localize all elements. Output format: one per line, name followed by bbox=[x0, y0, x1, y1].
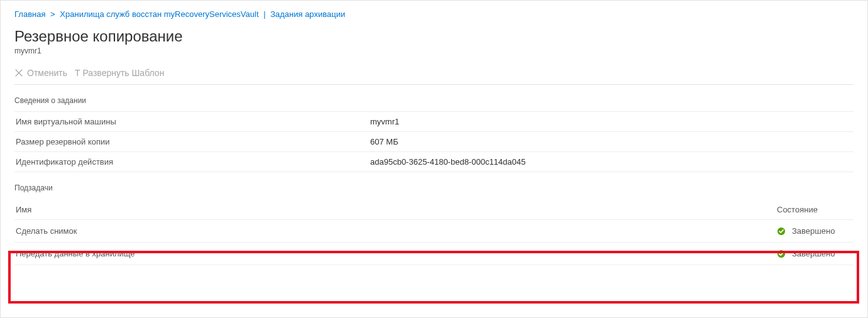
subtask-status: Завершено bbox=[777, 226, 852, 236]
breadcrumb-vault-name[interactable]: myRecoveryServicesVault bbox=[164, 9, 259, 19]
breadcrumb: Главная > Хранилища служб восстан myReco… bbox=[14, 9, 854, 19]
deploy-template-label: Т Развернуть Шаблон bbox=[75, 68, 164, 78]
page-subtitle: myvmr1 bbox=[14, 47, 854, 55]
breadcrumb-current[interactable]: Задания архивации bbox=[270, 9, 345, 19]
subtask-name: Передать данные в хранилище bbox=[14, 243, 776, 265]
toolbar: Отменить Т Развернуть Шаблон bbox=[14, 64, 854, 85]
detail-value: myvmr1 bbox=[369, 112, 854, 132]
detail-key: Идентификатор действия bbox=[14, 152, 369, 172]
section-subtasks-label: Подзадачи bbox=[14, 184, 854, 192]
cancel-button[interactable]: Отменить bbox=[14, 68, 67, 78]
success-icon bbox=[777, 227, 786, 236]
details-table: Имя виртуальной машины myvmr1 Размер рез… bbox=[14, 111, 854, 172]
close-icon bbox=[14, 69, 23, 77]
chevron-right-icon: > bbox=[50, 9, 55, 19]
col-status[interactable]: Состояние bbox=[776, 199, 854, 220]
section-details-label: Сведения о задании bbox=[14, 96, 854, 105]
subtask-row: Передать данные в хранилище Завершено bbox=[14, 243, 854, 265]
breadcrumb-home[interactable]: Главная bbox=[14, 9, 45, 19]
deploy-template-button[interactable]: Т Развернуть Шаблон bbox=[75, 68, 164, 78]
subtasks-table: Имя Состояние Сделать снимок Завершено bbox=[14, 199, 854, 265]
breadcrumb-vaults[interactable]: Хранилища служб восстан bbox=[60, 9, 162, 19]
detail-value: ada95cb0-3625-4180-bed8-000c114da045 bbox=[369, 152, 854, 172]
subtask-row: Сделать снимок Завершено bbox=[14, 220, 854, 243]
cancel-label: Отменить bbox=[27, 68, 67, 78]
page-title: Резервное копирование bbox=[14, 28, 854, 45]
detail-value: 607 МБ bbox=[369, 132, 854, 152]
breadcrumb-separator: | bbox=[263, 9, 268, 19]
detail-row-actionid: Идентификатор действия ada95cb0-3625-418… bbox=[14, 152, 854, 172]
detail-row-vmname: Имя виртуальной машины myvmr1 bbox=[14, 112, 854, 132]
detail-key: Имя виртуальной машины bbox=[14, 112, 369, 132]
subtask-name: Сделать снимок bbox=[14, 220, 776, 243]
status-text: Завершено bbox=[792, 226, 835, 236]
subtask-status: Завершено bbox=[777, 249, 852, 258]
detail-row-size: Размер резервной копии 607 МБ bbox=[14, 132, 854, 152]
success-icon bbox=[777, 249, 786, 258]
status-text: Завершено bbox=[792, 249, 835, 258]
col-name[interactable]: Имя bbox=[14, 199, 776, 220]
detail-key: Размер резервной копии bbox=[14, 132, 369, 152]
